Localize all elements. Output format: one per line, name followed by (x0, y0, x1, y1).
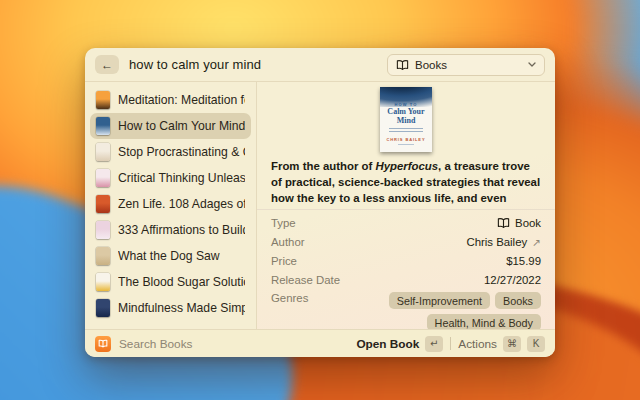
book-icon (396, 59, 409, 71)
enter-key-icon: ↵ (425, 336, 443, 352)
chevron-down-icon (528, 62, 536, 67)
genre-tags: Self-Improvement Books Health, Mind & Bo… (308, 292, 541, 329)
list-item-label: Critical Thinking Unleashed: Ho... (118, 171, 245, 185)
list-item-label: 333 Affirmations to Build Self Es... (118, 223, 245, 237)
list-item[interactable]: Zen Life. 108 Adages of Wisdom (90, 191, 251, 217)
book-cover-thumbnail (96, 91, 110, 109)
command-key-icon: ⌘ (503, 336, 521, 352)
list-item-label: The Blood Sugar Solution (118, 275, 245, 289)
search-launcher-window: ← how to calm your mind Books Meditation… (85, 48, 555, 357)
book-description: From the author of Hyperfocus, a treasur… (257, 156, 555, 207)
book-cover-area: HOW TO Calm YourMind CHRIS BAILEY (257, 82, 555, 156)
meta-label: Genres (271, 292, 308, 304)
list-item[interactable]: What the Dog Saw (90, 243, 251, 269)
detail-panel: HOW TO Calm YourMind CHRIS BAILEY From t… (257, 82, 555, 329)
metadata-section: Type Book Author Chris Bailey ↗ (257, 210, 555, 329)
list-item-label: Stop Procrastinating & Overthin... (118, 145, 245, 159)
list-item-label: Mindfulness Made Simple: An In... (118, 301, 245, 315)
command-name-label: Search Books (119, 337, 192, 351)
meta-label: Type (271, 217, 296, 229)
list-item-label: How to Calm Your Mind (118, 119, 245, 133)
book-cover-thumbnail (96, 299, 110, 317)
window-body: Meditation: Meditation for begin... How … (85, 82, 555, 329)
footer-actions: Open Book ↵ Actions ⌘ K (356, 336, 545, 352)
list-item[interactable]: Critical Thinking Unleashed: Ho... (90, 165, 251, 191)
action-bar: Search Books Open Book ↵ Actions ⌘ K (85, 329, 555, 357)
search-input[interactable]: how to calm your mind (129, 57, 261, 72)
open-book-button[interactable]: Open Book ↵ (356, 336, 443, 352)
book-cover-thumbnail (96, 195, 110, 213)
meta-label: Author (271, 236, 305, 248)
category-dropdown[interactable]: Books (387, 54, 545, 76)
back-arrow-icon: ← (101, 58, 113, 72)
cover-foot-line (398, 144, 414, 146)
meta-label: Price (271, 255, 297, 267)
meta-row-price: Price $15.99 (271, 254, 541, 268)
list-item-label: Meditation: Meditation for begin... (118, 93, 245, 107)
meta-row-genres: Genres Self-Improvement Books Health, Mi… (271, 292, 541, 329)
genre-tag: Books (495, 292, 541, 309)
meta-value-price: $15.99 (506, 255, 541, 267)
book-cover-thumbnail (96, 143, 110, 161)
desktop: ← how to calm your mind Books Meditation… (0, 0, 640, 400)
genre-tag: Self-Improvement (389, 292, 490, 309)
cover-title: Calm YourMind (380, 108, 432, 125)
divider (450, 337, 451, 350)
list-item[interactable]: The Blood Sugar Solution (90, 269, 251, 295)
dropdown-selected-label: Books (415, 59, 447, 71)
list-item[interactable]: 333 Affirmations to Build Self Es... (90, 217, 251, 243)
cover-subtitle-lines (389, 128, 423, 132)
meta-row-author: Author Chris Bailey ↗ (271, 235, 541, 249)
list-item[interactable]: Stop Procrastinating & Overthin... (90, 139, 251, 165)
book-icon (497, 217, 510, 229)
list-item[interactable]: Meditation: Meditation for begin... (90, 87, 251, 113)
list-item-label: Zen Life. 108 Adages of Wisdom (118, 197, 245, 211)
results-list: Meditation: Meditation for begin... How … (85, 82, 257, 329)
meta-row-release-date: Release Date 12/27/2022 (271, 273, 541, 287)
books-app-icon (95, 336, 111, 352)
meta-value-type: Book (497, 217, 541, 229)
k-key-icon: K (527, 336, 545, 352)
search-header: ← how to calm your mind Books (85, 48, 555, 82)
list-item-selected[interactable]: How to Calm Your Mind (90, 113, 251, 139)
actions-label: Actions (458, 337, 497, 351)
list-item-label: What the Dog Saw (118, 249, 220, 263)
meta-value-release-date: 12/27/2022 (484, 274, 541, 286)
book-cover: HOW TO Calm YourMind CHRIS BAILEY (380, 87, 432, 152)
author-link[interactable]: Chris Bailey ↗ (466, 236, 541, 248)
external-link-icon: ↗ (532, 236, 541, 248)
meta-row-type: Type Book (271, 216, 541, 230)
actions-button[interactable]: Actions ⌘ K (458, 336, 545, 352)
list-item[interactable]: Mindfulness Made Simple: An In... (90, 295, 251, 321)
book-cover-thumbnail (96, 117, 110, 135)
book-cover-thumbnail (96, 273, 110, 291)
open-book-label: Open Book (356, 337, 419, 351)
back-button[interactable]: ← (95, 55, 119, 74)
cover-author: CHRIS BAILEY (380, 137, 432, 142)
book-cover-thumbnail (96, 221, 110, 239)
meta-label: Release Date (271, 274, 340, 286)
cover-kicker: HOW TO (380, 102, 432, 107)
genre-tag: Health, Mind & Body (427, 314, 541, 329)
book-cover-thumbnail (96, 169, 110, 187)
book-cover-thumbnail (96, 247, 110, 265)
